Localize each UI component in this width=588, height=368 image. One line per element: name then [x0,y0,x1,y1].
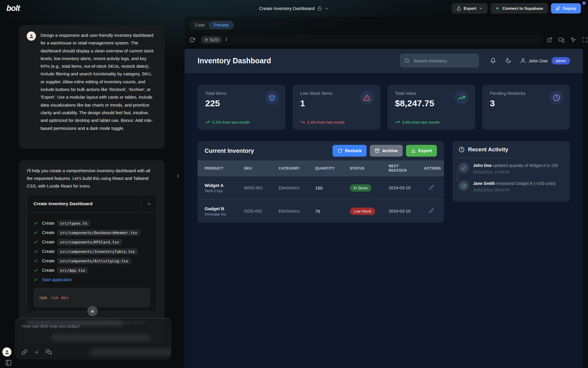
ghost-blur [51,334,151,341]
kpi-card-total-value: Total Value $8,247.75 3.8% from last mon… [387,85,475,130]
column-sku: SKU [244,166,279,170]
tab-preview[interactable]: Preview [209,21,233,29]
file-chip[interactable]: src/App.tsx [57,267,88,273]
user-message: Design a responsive and user-friendly in… [19,25,165,149]
export-button[interactable]: Export [452,3,487,14]
artifact-title: Create Inventory Dashboard [27,195,141,212]
activity-connector [457,169,458,181]
activity-timestamp: 20/02/2024, 09:15:00 [473,188,556,192]
chat-panel: Design a responsive and user-friendly in… [0,17,184,368]
bell-icon[interactable] [490,58,496,64]
user-avatar [27,32,36,41]
url-field[interactable]: 5173 / [199,35,542,45]
collapse-artifact-button[interactable] [141,195,157,212]
check-icon [34,230,38,235]
column-category: CATEGORY [279,166,315,170]
table-row[interactable]: Gadget B Innovate Inc GDG-002 Electronic… [198,199,444,223]
view-toggle: Code Preview [189,20,234,30]
chat-bubbles-icon[interactable] [46,349,52,355]
inventory-title: Current Inventory [205,147,254,154]
inspect-cursor-icon[interactable] [570,37,576,43]
search-input[interactable] [413,58,473,64]
start-application-step[interactable]: Start application [34,275,150,284]
chevron-down-icon [479,6,483,10]
next-restock-cell: 2024-03-10 [389,209,424,213]
arrow-down-icon [90,309,95,314]
supabase-label: Connect to Supabase [502,6,543,11]
project-title-menu[interactable]: Create Inventory Dashboard [259,0,329,17]
quantity-cell[interactable]: 75 [315,209,350,214]
recent-activity-card: Recent Activity John Doe updated quantit… [452,141,570,202]
port-badge[interactable]: 5173 [201,36,222,43]
scroll-to-bottom-button[interactable] [87,306,98,316]
screen: bolt Create Inventory Dashboard Export C… [0,0,588,368]
edit-row-button[interactable] [427,185,436,190]
workbench: Code Preview 5173 / Inventory Das [184,17,588,368]
dark-mode-toggle-moon-icon[interactable] [505,58,511,64]
plan-step: Create src/types.ts [34,218,150,228]
file-chip[interactable]: src/components/InventoryTable.tsx [57,248,138,255]
open-external-icon[interactable] [547,37,552,43]
package-icon [265,91,279,105]
trending-up-icon [205,120,210,125]
column-product: PRODUCT [205,166,244,170]
restock-label: Restock [345,148,361,153]
tab-code[interactable]: Code [191,23,209,27]
step-action: Create [42,268,55,273]
rocket-icon [556,6,560,11]
column-status: STATUS [350,166,389,170]
topbar-actions: Export Connect to Supabase Deploy [452,3,581,14]
supplier-name: Innovate Inc [205,212,244,216]
inventory-search[interactable] [400,54,479,67]
export-csv-button[interactable]: Export [406,145,437,157]
column-quantity: QUANTITY [315,166,350,170]
restock-button[interactable]: Restock [333,145,366,157]
category-cell: Electronics [279,185,315,190]
step-action: Create [42,221,55,226]
plan-step: Create src/components/ActivityLog.tsx [34,256,150,266]
link-icon[interactable] [21,349,27,355]
table-row[interactable]: Widget A Tech Corp WDG-001 Electronics 1… [198,176,444,199]
dashboard-title: Inventory Dashboard [198,57,271,65]
check-icon [34,249,38,254]
product-name: Gadget B [205,206,244,211]
kpi-card-total-items: Total Items 225 5.2% from last month [198,85,285,130]
project-title: Create Inventory Dashboard [259,6,314,11]
file-chip[interactable]: src/components/ActivityLog.tsx [57,258,131,264]
reload-icon[interactable] [189,37,195,43]
url-path: / [226,37,227,42]
zap-icon [205,38,208,42]
quantity-cell[interactable]: 150 [315,185,350,190]
status-badge: Low Stock [350,208,375,215]
role-badge: admin [552,57,570,64]
check-icon [34,258,38,263]
pencil-icon [459,163,469,173]
user-avatar[interactable] [2,347,11,357]
trending-up-icon [395,120,400,125]
fullscreen-icon[interactable] [582,37,588,43]
user-icon[interactable] [520,58,526,64]
sparkles-icon[interactable] [34,349,39,355]
dashboard-header: Inventory Dashboard John Doe admin [185,49,583,73]
connect-supabase-button[interactable]: Connect to Supabase [491,3,548,14]
deploy-label: Deploy [563,6,576,11]
check-icon [34,277,38,282]
edit-row-button[interactable] [427,208,436,213]
collapse-chat-chevron[interactable] [175,173,181,179]
activity-text: restocked Gadget B (+100 units) [495,181,556,186]
sidebar-toggle-icon[interactable] [4,359,14,366]
file-chip[interactable]: src/components/KPICard.tsx [57,239,122,245]
status-dot [582,1,586,5]
chevron-down-icon[interactable] [325,6,329,11]
deploy-button[interactable]: Deploy [551,3,581,14]
lock-icon [318,6,322,11]
inventory-table-card: Current Inventory Restock Archive Exp [198,141,444,223]
chat-composer[interactable] [15,318,171,359]
plan-step: Create src/components/DashboardHeader.ts… [34,228,150,237]
file-chip[interactable]: src/types.ts [57,220,90,226]
file-chip[interactable]: src/components/DashboardHeader.tsx [57,230,140,236]
devices-icon[interactable] [558,37,564,43]
step-action: Create [42,249,55,254]
archive-button[interactable]: Archive [370,145,403,157]
supabase-icon [495,6,500,11]
